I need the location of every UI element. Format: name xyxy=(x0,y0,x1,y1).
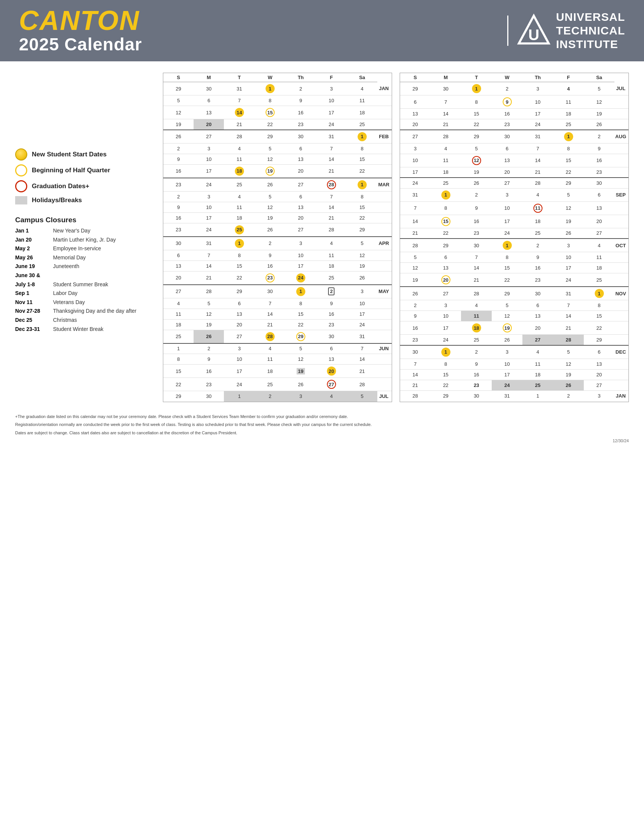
closure-may2: May 2 Employee In-service xyxy=(15,245,155,252)
logo-divider xyxy=(507,16,509,46)
table-row: 10 xyxy=(193,202,224,212)
closures-title: Campus Closures xyxy=(15,216,155,224)
table-row: 9 xyxy=(492,95,522,109)
table-row: 28 xyxy=(430,130,461,143)
table-row: 7 xyxy=(522,143,553,154)
footer-date: 12/30/24 xyxy=(15,438,629,444)
table-row: 6 xyxy=(224,298,254,309)
table-row: 23 xyxy=(522,273,553,287)
table-row: 10 xyxy=(347,298,377,309)
table-row: 20 xyxy=(224,319,254,330)
table-row: 27 xyxy=(522,335,553,345)
table-row: 6 xyxy=(193,95,224,106)
table-row: 30 xyxy=(522,286,553,300)
day-wed-r: W xyxy=(492,73,522,82)
table-row: 9 xyxy=(522,252,553,263)
table-row: 2 xyxy=(254,391,285,402)
day-sun: S xyxy=(163,73,193,82)
table-row: 30 xyxy=(461,238,492,252)
table-row: 17 xyxy=(492,215,522,228)
day-thu-r: Th xyxy=(522,73,553,82)
table-row: 19 xyxy=(193,319,224,330)
table-row: 2 xyxy=(553,391,584,401)
table-row: 15 xyxy=(285,309,316,319)
table-row: 19 xyxy=(461,167,492,178)
table-row: 24 xyxy=(400,178,430,188)
table-row: 8 xyxy=(347,191,377,202)
table-row: 4 xyxy=(430,143,461,154)
table-row: 11 xyxy=(254,354,285,365)
table-row xyxy=(377,202,392,212)
table-row: 5 xyxy=(492,300,522,311)
table-row: 5 xyxy=(254,143,285,154)
day-tue: T xyxy=(224,73,254,82)
table-row: 10 xyxy=(193,154,224,164)
table-row: 26 xyxy=(553,380,584,391)
table-row: 8 xyxy=(163,354,193,365)
table-row: 28 xyxy=(461,286,492,300)
table-row: 10 xyxy=(285,250,316,261)
table-row xyxy=(615,154,628,167)
table-row: 9 xyxy=(400,311,430,322)
footer-note3: Dates are subject to change. Class start… xyxy=(15,430,629,437)
jul-week2: 6 7 8 9 10 11 12 xyxy=(400,95,628,109)
table-row: 21 xyxy=(400,380,430,391)
dec-week2: 7 8 9 10 11 12 13 xyxy=(400,359,628,369)
table-row: 4 xyxy=(522,188,553,201)
table-row xyxy=(615,263,628,273)
table-row: 21 xyxy=(461,273,492,287)
table-row: 17 xyxy=(193,164,224,178)
table-row: 2 xyxy=(163,191,193,202)
may-week3: 11 12 13 14 15 16 17 xyxy=(163,309,392,319)
table-row: 6 xyxy=(400,95,430,109)
table-row: 29 xyxy=(347,223,377,236)
table-row: 9 xyxy=(163,202,193,212)
table-row xyxy=(377,106,392,119)
table-row xyxy=(377,164,392,178)
table-row: 25 xyxy=(430,178,461,188)
table-row: 11 xyxy=(584,252,615,263)
table-row xyxy=(615,178,628,188)
table-row: 9 xyxy=(461,359,492,369)
table-row: 24 xyxy=(193,178,224,191)
table-row: 14 xyxy=(316,154,347,164)
table-row: 12 xyxy=(347,250,377,261)
table-row: 21 xyxy=(254,319,285,330)
sep-week5-oct-start: 28 29 30 1 2 3 4 OCT xyxy=(400,238,628,252)
table-row: 18 xyxy=(316,261,347,271)
table-row: 11 xyxy=(163,309,193,319)
month-apr: APR xyxy=(377,236,392,250)
table-row xyxy=(615,369,628,380)
jul-week1: 29 30 1 2 3 4 5 JUL xyxy=(400,82,628,95)
table-row: 14 xyxy=(522,154,553,167)
table-row: 22 xyxy=(163,378,193,391)
table-row: 30 xyxy=(163,236,193,250)
table-row: 11 xyxy=(522,201,553,215)
table-row: 3 xyxy=(492,345,522,359)
month-jul: JUL xyxy=(615,82,628,95)
table-row: 28 xyxy=(254,330,285,343)
table-row: 27 xyxy=(584,380,615,391)
table-row: 11 xyxy=(224,202,254,212)
campus-closures: Campus Closures Jan 1 New Year's Day Jan… xyxy=(15,216,155,333)
table-row xyxy=(615,380,628,391)
table-row: 5 xyxy=(461,143,492,154)
feb-week5-mar-start: 23 24 25 26 27 28 1 MAR xyxy=(163,178,392,191)
table-row: 16 xyxy=(492,109,522,119)
table-row xyxy=(615,201,628,215)
table-row xyxy=(377,223,392,236)
table-row: 8 xyxy=(285,298,316,309)
table-row: 27 xyxy=(430,286,461,300)
table-row: 20 xyxy=(522,322,553,335)
mar-week6-apr-start: 30 31 1 2 3 4 5 APR xyxy=(163,236,392,250)
table-row xyxy=(615,95,628,109)
table-row: 9 xyxy=(461,201,492,215)
aug-week4: 17 18 19 20 21 22 23 xyxy=(400,167,628,178)
table-row: 19 xyxy=(285,365,316,378)
table-row: 18 xyxy=(553,109,584,119)
table-row: 31 xyxy=(492,391,522,401)
table-row: 28 xyxy=(400,238,430,252)
table-row: 12 xyxy=(254,154,285,164)
table-row: 3 xyxy=(193,143,224,154)
table-row: 15 xyxy=(347,154,377,164)
